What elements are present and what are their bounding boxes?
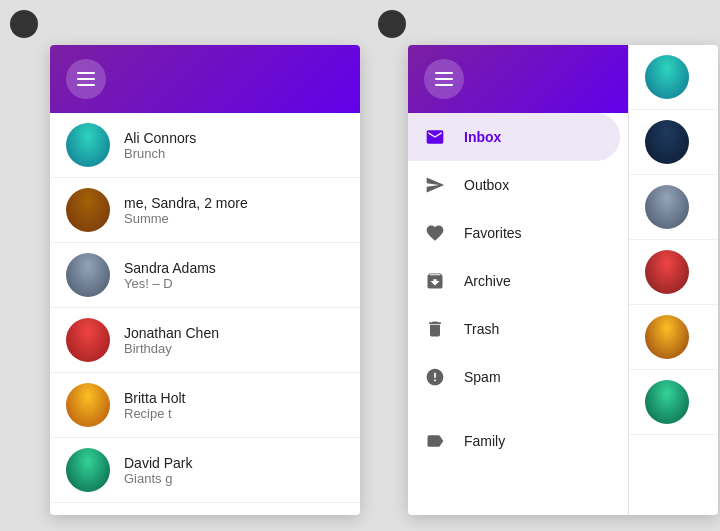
drawer: Inbox Outbox Favorites Archive Trash Spa… (408, 45, 628, 515)
email-item-partial[interactable] (629, 370, 718, 435)
trash-icon (424, 318, 446, 340)
drawer-label-item-family[interactable]: Family (408, 417, 628, 465)
avatar-partial (645, 250, 689, 294)
inbox-icon (424, 126, 446, 148)
drawer-header (408, 45, 628, 113)
email-item[interactable]: Sandra Adams Yes! – D (50, 243, 360, 308)
email-item[interactable]: Jonathan Chen Birthday (50, 308, 360, 373)
favorites-icon (424, 222, 446, 244)
drawer-label: Trash (464, 321, 499, 337)
email-subject: Giants g (124, 471, 344, 486)
email-content: Ali Connors Brunch (124, 130, 344, 161)
drawer-label: Archive (464, 273, 511, 289)
avatar-partial (645, 315, 689, 359)
email-content: Sandra Adams Yes! – D (124, 260, 344, 291)
drawer-item-spam[interactable]: Spam (408, 353, 628, 401)
email-item-partial[interactable] (629, 240, 718, 305)
panel-1: Ali Connors Brunch me, Sandra, 2 more Su… (50, 45, 360, 515)
avatar (66, 123, 110, 167)
drawer-item-outbox[interactable]: Outbox (408, 161, 628, 209)
outbox-icon (424, 174, 446, 196)
email-list-1: Ali Connors Brunch me, Sandra, 2 more Su… (50, 113, 360, 503)
avatar-partial (645, 120, 689, 164)
email-from: David Park (124, 455, 344, 471)
email-item-partial[interactable] (629, 45, 718, 110)
email-subject: Brunch (124, 146, 344, 161)
label-icon (424, 430, 446, 452)
panel-2: Inbox Outbox Favorites Archive Trash Spa… (408, 45, 718, 515)
email-content: me, Sandra, 2 more Summe (124, 195, 344, 226)
email-from: Jonathan Chen (124, 325, 344, 341)
drawer-labels: Family (408, 417, 628, 465)
badge-2 (378, 10, 406, 38)
spam-icon (424, 366, 446, 388)
drawer-items: Inbox Outbox Favorites Archive Trash Spa… (408, 113, 628, 401)
email-from: Sandra Adams (124, 260, 344, 276)
avatar (66, 253, 110, 297)
hamburger-icon-1 (77, 72, 95, 86)
email-subject: Birthday (124, 341, 344, 356)
drawer-item-favorites[interactable]: Favorites (408, 209, 628, 257)
email-subject: Recipe t (124, 406, 344, 421)
email-item-partial[interactable] (629, 305, 718, 370)
email-subject: Summe (124, 211, 344, 226)
email-content: Britta Holt Recipe t (124, 390, 344, 421)
email-item[interactable]: me, Sandra, 2 more Summe (50, 178, 360, 243)
email-item[interactable]: David Park Giants g (50, 438, 360, 503)
archive-icon (424, 270, 446, 292)
avatar-partial (645, 55, 689, 99)
drawer-label: Inbox (464, 129, 501, 145)
hamburger-button-1[interactable] (66, 59, 106, 99)
drawer-item-archive[interactable]: Archive (408, 257, 628, 305)
drawer-item-trash[interactable]: Trash (408, 305, 628, 353)
email-item-partial[interactable] (629, 175, 718, 240)
drawer-item-inbox[interactable]: Inbox (408, 113, 620, 161)
email-from: Ali Connors (124, 130, 344, 146)
email-from: Britta Holt (124, 390, 344, 406)
drawer-label: Outbox (464, 177, 509, 193)
drawer-labels-section (408, 401, 628, 417)
avatar-partial (645, 185, 689, 229)
email-item[interactable]: Ali Connors Brunch (50, 113, 360, 178)
drawer-label: Favorites (464, 225, 522, 241)
panel1-header (50, 45, 360, 113)
avatar (66, 188, 110, 232)
avatar (66, 448, 110, 492)
panel2-email-partial (628, 45, 718, 515)
email-item[interactable]: Britta Holt Recipe t (50, 373, 360, 438)
avatar (66, 318, 110, 362)
email-from: me, Sandra, 2 more (124, 195, 344, 211)
email-subject: Yes! – D (124, 276, 344, 291)
drawer-label-text: Family (464, 433, 505, 449)
avatar-partial (645, 380, 689, 424)
avatar (66, 383, 110, 427)
hamburger-button-2[interactable] (424, 59, 464, 99)
email-content: David Park Giants g (124, 455, 344, 486)
badge-1 (10, 10, 38, 38)
hamburger-icon-2 (435, 72, 453, 86)
drawer-label: Spam (464, 369, 501, 385)
email-content: Jonathan Chen Birthday (124, 325, 344, 356)
email-item-partial[interactable] (629, 110, 718, 175)
